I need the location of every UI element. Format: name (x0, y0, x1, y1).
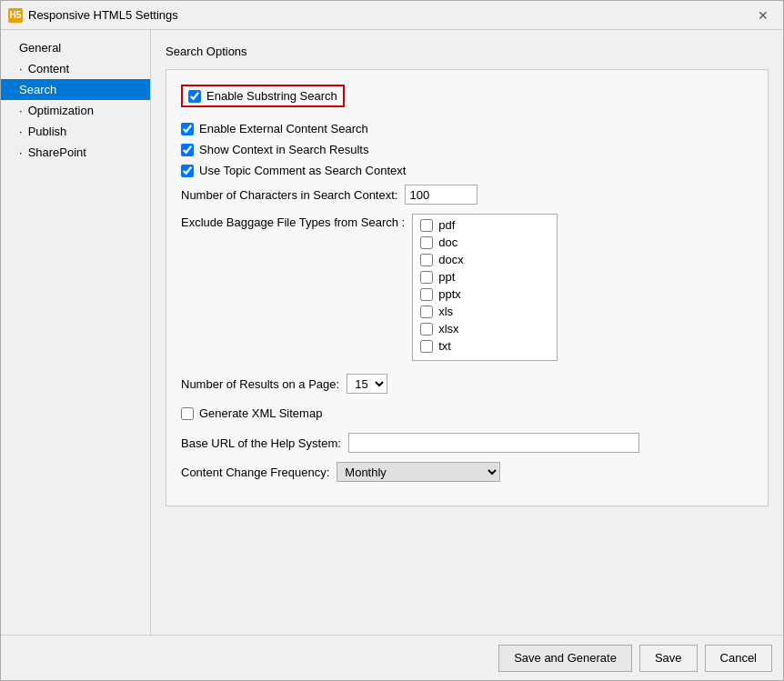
txt-checkbox[interactable] (420, 340, 433, 353)
freq-label: Content Change Frequency: (181, 466, 329, 479)
enable-substring-checkbox[interactable] (188, 90, 201, 103)
doc-checkbox[interactable] (420, 236, 433, 249)
sidebar-item-search[interactable]: Search (1, 79, 150, 100)
results-label: Number of Results on a Page: (181, 377, 339, 391)
file-type-xls: xls (420, 305, 549, 318)
results-select[interactable]: 10 15 20 25 50 (347, 374, 387, 394)
main-window: H5 Responsive HTML5 Settings ✕ General C… (0, 0, 784, 681)
use-topic-checkbox[interactable] (181, 165, 194, 177)
base-url-input[interactable] (348, 433, 639, 453)
save-generate-button[interactable]: Save and Generate (498, 645, 632, 672)
section-title: Search Options (166, 45, 769, 58)
exclude-section: Exclude Baggage File Types from Search :… (181, 214, 753, 361)
sidebar-item-general[interactable]: General (1, 37, 150, 58)
xml-sitemap-row: Generate XML Sitemap (181, 406, 753, 420)
file-type-ppt: ppt (420, 270, 549, 284)
num-characters-label: Number of Characters in Search Context: (181, 188, 397, 202)
sidebar-item-sharepoint[interactable]: SharePoint (1, 142, 150, 163)
sidebar-item-publish[interactable]: Publish (1, 121, 150, 142)
show-context-label: Show Context in Search Results (199, 143, 368, 156)
base-url-label: Base URL of the Help System: (181, 436, 341, 450)
docx-checkbox[interactable] (420, 254, 433, 266)
file-type-pdf: pdf (420, 218, 549, 232)
app-icon: H5 (8, 8, 23, 23)
use-topic-row: Use Topic Comment as Search Context (181, 164, 753, 177)
enable-substring-row: Enable Substring Search (181, 85, 345, 107)
pptx-checkbox[interactable] (420, 288, 433, 301)
show-context-row: Show Context in Search Results (181, 143, 753, 156)
freq-select[interactable]: Always Hourly Daily Weekly Monthly Yearl… (337, 462, 500, 482)
titlebar: H5 Responsive HTML5 Settings ✕ (1, 1, 783, 30)
results-row: Number of Results on a Page: 10 15 20 25… (181, 374, 753, 394)
file-type-docx: docx (420, 253, 549, 266)
save-button[interactable]: Save (639, 645, 698, 672)
enable-substring-label: Enable Substring Search (206, 89, 337, 103)
sidebar-item-content[interactable]: Content (1, 58, 150, 79)
enable-external-row: Enable External Content Search (181, 122, 753, 135)
cancel-button[interactable]: Cancel (705, 645, 772, 672)
file-type-doc: doc (420, 235, 549, 249)
close-button[interactable]: ✕ (750, 5, 776, 25)
xml-sitemap-checkbox[interactable] (181, 407, 194, 420)
num-characters-input[interactable] (405, 185, 477, 205)
ppt-checkbox[interactable] (420, 271, 433, 284)
freq-row: Content Change Frequency: Always Hourly … (181, 462, 753, 482)
xlsx-checkbox[interactable] (420, 323, 433, 335)
file-type-xlsx: xlsx (420, 322, 549, 335)
show-context-checkbox[interactable] (181, 144, 194, 156)
window-title: Responsive HTML5 Settings (28, 8, 745, 22)
search-options-panel: Enable Substring Search Enable External … (166, 69, 769, 506)
file-type-txt: txt (420, 339, 549, 353)
file-types-list: pdf doc docx ppt (412, 214, 558, 361)
pdf-checkbox[interactable] (420, 219, 433, 232)
enable-external-checkbox[interactable] (181, 123, 194, 135)
xml-sitemap-label: Generate XML Sitemap (199, 406, 322, 420)
main-panel: Search Options Enable Substring Search E… (151, 30, 783, 635)
num-characters-row: Number of Characters in Search Context: (181, 185, 753, 205)
exclude-label: Exclude Baggage File Types from Search : (181, 214, 405, 229)
content-area: General Content Search Optimization Publ… (1, 30, 783, 635)
enable-external-label: Enable External Content Search (199, 122, 368, 135)
xls-checkbox[interactable] (420, 305, 433, 318)
file-type-pptx: pptx (420, 287, 549, 301)
bottom-bar: Save and Generate Save Cancel (1, 635, 783, 680)
use-topic-label: Use Topic Comment as Search Context (199, 164, 406, 177)
sidebar-item-optimization[interactable]: Optimization (1, 100, 150, 121)
base-url-row: Base URL of the Help System: (181, 433, 753, 453)
sidebar: General Content Search Optimization Publ… (1, 30, 151, 635)
